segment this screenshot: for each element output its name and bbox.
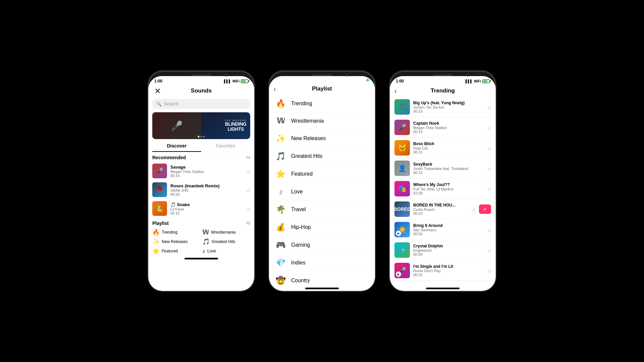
playlist-love[interactable]: ♪ Love [202,247,250,255]
trending-item-bigups[interactable]: 🎵 Big Up's (feat. Yung Nnelg) Jordyn, Ni… [390,97,496,117]
battery-fill-3 [483,80,487,82]
playlist-name-featured: Featured [162,249,178,253]
duration-juul: 01:00 [413,191,483,195]
playlist-row-love[interactable]: ♪ Love [269,183,375,201]
status-icons-2 [366,79,369,81]
bookmark-captainhook[interactable]: ⊿ [487,124,491,131]
playlist-featured[interactable]: ⭐ Featured [152,247,200,255]
bookmark-crystal[interactable]: ⊿ [487,247,491,253]
artist-crystal: Engelwood [413,248,483,252]
info-bigups: Big Up's (feat. Yung Nnelg) Jordyn, Nic … [413,101,483,113]
trending-item-single[interactable]: 🎤 ▶ I'm Single and I'm Lit Ronte Don't P… [390,260,496,281]
playlist-row-wrestlemania[interactable]: 𝕎 Wrestlemania [269,113,375,130]
search-input[interactable]: Search [164,101,178,107]
add-button-bored[interactable]: ✓ [479,204,491,214]
track-duration-snake: 00:15 [170,211,243,215]
back-button[interactable]: ‹ [274,85,276,93]
trending-item-bring[interactable]: ☀️ ▶ Bring It Around Sky Summers 00:50 ⊿ [390,220,496,240]
artist-juul: Full Tac (feat. Lil Mariko) [413,187,483,191]
duration-bossbitch: 00:15 [413,150,483,154]
recommended-all[interactable]: All [246,155,250,160]
info-sexyback: SexyBack Justin Timberlake feat. Timbala… [413,162,483,175]
bookmark-roses[interactable]: ⊿ [246,187,250,193]
track-info-roses: Roses (Imanbek Remix) SAINt JHN 00:20 [170,183,243,196]
row-hiphop-icon: 💰 [276,223,286,232]
bookmark-juul[interactable]: ⊿ [487,186,491,192]
search-bar[interactable]: 🔍 Search [152,99,250,109]
duration-sexyback: 00:15 [413,171,483,175]
playlist-row-featured[interactable]: ⭐ Featured [269,165,375,183]
status-icons-3: ▌▌▌ WiFi [466,79,490,83]
bookmark-bossbitch[interactable]: ⊿ [487,145,491,151]
playlist-name-greatesthits: Greatest Hits [212,239,235,244]
status-bar-2 [269,76,375,83]
row-trending-icon: 🔥 [276,99,286,108]
playlist-row-gaming[interactable]: 🎮 Gaming [269,236,375,254]
row-indies-name: Indies [291,260,306,266]
bookmark-sexyback[interactable]: ⊿ [487,165,491,172]
artist-bored: Curtis Roach [413,207,468,212]
playlist-row-hiphop[interactable]: 💰 Hip-Hop [269,219,375,236]
thumb-crystal: 🐬 [394,242,410,258]
status-time: 1:00 [154,79,162,83]
signal-icon: ▌▌▌ [224,79,231,83]
tab-favorites[interactable]: Favorites [201,140,250,152]
trending-back-button[interactable]: ‹ [394,87,397,95]
playlist-row-newreleases[interactable]: ✨ New Releases [269,130,375,147]
playlist-nav-header: ‹ Playlist [269,83,375,95]
trending-item-sexyback[interactable]: 👤 SexyBack Justin Timberlake feat. Timba… [390,158,496,179]
tabs-row: Discover Favorites [152,140,250,152]
playlist-row-country[interactable]: 🤠 Country [269,272,375,286]
thumb-bigups: 🎵 [394,99,410,115]
bookmark-bigups[interactable]: ⊿ [487,104,491,110]
playlist-all[interactable]: All [246,221,250,226]
recommended-title: Recommended [152,155,186,160]
row-wrestlemania-name: Wrestlemania [291,118,324,124]
trending-item-crystal[interactable]: 🐬 Crystal Dolphin Engelwood 00:09 ⊿ [390,240,496,260]
battery-icon [241,79,248,83]
close-button[interactable] [153,86,162,96]
playlist-wrestlemania[interactable]: 𝕎 Wrestlemania [202,229,250,236]
info-captainhook: Captain Hook Megan Thee Stallion 00:15 [413,121,483,134]
name-bored: BORED IN THE HOU... [413,203,468,207]
bottom-bar-1 [184,258,218,259]
bookmark-snake[interactable]: ⊿ [246,205,250,212]
trending-item-juul[interactable]: 🎭 Where's My Juul?? Full Tac (feat. Lil … [390,179,496,199]
row-greatesthits-icon: 🎵 [276,152,286,161]
playlist-row-greatesthits[interactable]: 🎵 Greatest Hits [269,147,375,165]
sounds-nav-header: Sounds [148,85,254,97]
track-item-snake[interactable]: 🐍 🎵 Snake Lil Keed 00:15 ⊿ [148,199,254,218]
playlist-grid: 🔥 Trending 𝕎 Wrestlemania ✨ New Releases… [148,227,254,256]
track-item-savage[interactable]: 🎤 Savage Megan Thee Stallion 00:15 ⊿ [148,162,254,180]
name-bring: Bring It Around [413,223,483,228]
bookmark-savage[interactable]: ⊿ [246,168,250,174]
playlist-row-indies[interactable]: 💎 Indies [269,254,375,272]
featured-icon: ⭐ [152,247,160,255]
camera-3 [466,74,469,76]
track-item-roses[interactable]: 🌹 Roses (Imanbek Remix) SAINt JHN 00:20 … [148,180,254,199]
trending-item-bored[interactable]: BORED BORED IN THE HOU... Curtis Roach 0… [390,199,496,220]
track-thumb-snake: 🐍 [152,201,167,216]
trending-item-captainhook[interactable]: 🎤 Captain Hook Megan Thee Stallion 00:15… [390,117,496,138]
savage-art: 🎤 [152,164,167,178]
wifi-icon: WiFi [232,79,239,83]
battery-fill [241,80,246,82]
bookmark-bored[interactable]: ⊿ [471,206,476,213]
info-bring: Bring It Around Sky Summers 00:50 [413,223,483,236]
playlist-newreleases[interactable]: ✨ New Releases [152,238,200,245]
playlist-greatesthits[interactable]: 🎵 Greatest Hits [202,238,250,245]
banner-dots [198,136,205,137]
trending-item-bossbitch[interactable]: 🐱 Boss Bitch Doja Cat 00:15 ⊿ [390,138,496,158]
playlist-row-trending[interactable]: 🔥 Trending [269,95,375,113]
thumb-bossbitch: 🐱 [394,140,410,156]
bookmark-single[interactable]: ⊿ [487,267,491,274]
playlist-row-travel[interactable]: 🌴 Travel [269,201,375,219]
trending-icon: 🔥 [152,229,160,236]
thumb-sexyback: 👤 [394,161,410,176]
tab-discover[interactable]: Discover [152,140,201,152]
row-hiphop-name: Hip-Hop [291,224,311,230]
trending-nav-header: ‹ Trending [390,85,496,97]
info-juul: Where's My Juul?? Full Tac (feat. Lil Ma… [413,182,483,195]
bookmark-bring[interactable]: ⊿ [487,227,491,233]
playlist-trending[interactable]: 🔥 Trending [152,229,200,236]
